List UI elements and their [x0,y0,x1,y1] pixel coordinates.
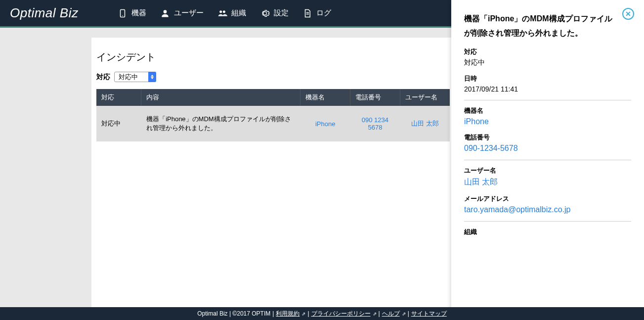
divider [464,221,631,222]
nav-orgs-label: 組織 [231,8,246,18]
detail-org: 組織 [464,228,631,236]
detail-status-value: 対応中 [464,58,631,67]
document-icon [302,8,312,18]
detail-email-label: メールアドレス [464,194,631,203]
detail-email: メールアドレス taro.yamada@optimalbiz.co.jp [464,194,631,214]
close-icon[interactable]: ✕ [622,8,634,20]
table-row[interactable]: 対応中 機器「iPhone」のMDM構成プロファイルが削除され管理から外れました… [96,106,450,141]
detail-phone-label: 電話番号 [464,133,631,142]
cell-status: 対応中 [96,106,141,141]
incident-table: 対応 内容 機器名 電話番号 ユーザー名 対応中 機器「iPhone」のMDM構… [96,89,450,141]
detail-user-label: ユーザー名 [464,166,631,175]
th-device: 機器名 [301,89,350,106]
th-content: 内容 [141,89,301,106]
detail-datetime-value: 2017/09/21 11:41 [464,85,631,93]
th-user: ユーザー名 [400,89,450,106]
footer-help-link[interactable]: ヘルプ [382,310,400,318]
nav-settings[interactable]: 設定 [260,8,289,18]
footer-sep: | [307,310,309,317]
nav-users[interactable]: ユーザー [160,8,204,18]
svg-point-4 [223,10,225,13]
footer-sep: | [408,310,409,317]
filter-select[interactable]: 対応中 [114,72,156,82]
detail-phone: 電話番号 090-1234-5678 [464,133,631,153]
th-phone: 電話番号 [350,89,400,106]
svg-point-1 [123,15,124,16]
th-status: 対応 [96,89,141,106]
footer-sitemap-link[interactable]: サイトマップ [411,310,447,318]
svg-point-2 [164,10,167,13]
user-icon [160,8,170,18]
detail-device-link[interactable]: iPhone [464,117,631,126]
divider [464,160,631,160]
nav-users-label: ユーザー [174,8,204,18]
detail-phone-link[interactable]: 090-1234-5678 [464,144,631,153]
nav-logs-label: ログ [316,8,331,18]
device-icon [118,8,128,18]
detail-org-label: 組織 [464,228,631,236]
detail-title: 機器「iPhone」のMDM構成プロファイルが削除され管理から外れました。 [464,12,631,41]
nav-logs[interactable]: ログ [302,8,331,18]
filter-row: 対応 対応中 [96,72,450,82]
detail-status-label: 対応 [464,47,631,56]
svg-point-3 [220,10,222,13]
filter-select-wrap: 対応中 [114,72,156,82]
cell-content: 機器「iPhone」のMDM構成プロファイルが削除され管理から外れました。 [141,106,301,141]
detail-user-link[interactable]: 山田 太郎 [464,177,631,187]
external-icon: ⇗ [402,311,406,317]
filter-label: 対応 [96,73,110,82]
nav-orgs[interactable]: 組織 [217,8,246,18]
nav-devices-label: 機器 [131,8,146,18]
detail-user: ユーザー名 山田 太郎 [464,166,631,187]
content-panel: インシデント 対応 対応中 対応 内容 機器名 電話番号 ユーザー名 [91,38,455,310]
main-nav: 機器 ユーザー 組織 設定 ログ [118,8,331,18]
group-icon [217,8,227,18]
footer-privacy-link[interactable]: プライバシーポリシー [311,310,371,318]
detail-email-link[interactable]: taro.yamada@optimalbiz.co.jp [464,205,631,214]
detail-datetime-label: 日時 [464,74,631,83]
footer-terms-link[interactable]: 利用規約 [276,310,300,318]
main-content: インシデント 対応 対応中 対応 内容 機器名 電話番号 ユーザー名 [0,28,455,310]
table-header-row: 対応 内容 機器名 電話番号 ユーザー名 [96,89,450,106]
gear-icon [260,8,270,18]
footer: Optimal Biz | ©2017 OPTIM | 利用規約⇗ | プライバ… [0,307,644,320]
cell-phone-link[interactable]: 090 1234 5678 [350,106,400,141]
brand-logo: Optimal Biz [10,5,78,21]
cell-user-link[interactable]: 山田 太郎 [400,106,450,141]
detail-panel: ✕ 機器「iPhone」のMDM構成プロファイルが削除され管理から外れました。 … [451,0,644,320]
nav-settings-label: 設定 [274,8,289,18]
detail-device-label: 機器名 [464,106,631,115]
detail-device: 機器名 iPhone [464,106,631,126]
page-title: インシデント [96,47,450,72]
external-icon: ⇗ [301,311,305,317]
footer-sep: | [379,310,380,317]
footer-sep: | [272,310,274,317]
cell-device-link[interactable]: iPhone [301,106,350,141]
detail-datetime: 日時 2017/09/21 11:41 [464,74,631,93]
nav-devices[interactable]: 機器 [118,8,146,18]
external-icon: ⇗ [373,311,377,317]
footer-copyright: Optimal Biz | ©2017 OPTIM [197,310,270,317]
divider [464,100,631,100]
detail-status: 対応 対応中 [464,47,631,67]
